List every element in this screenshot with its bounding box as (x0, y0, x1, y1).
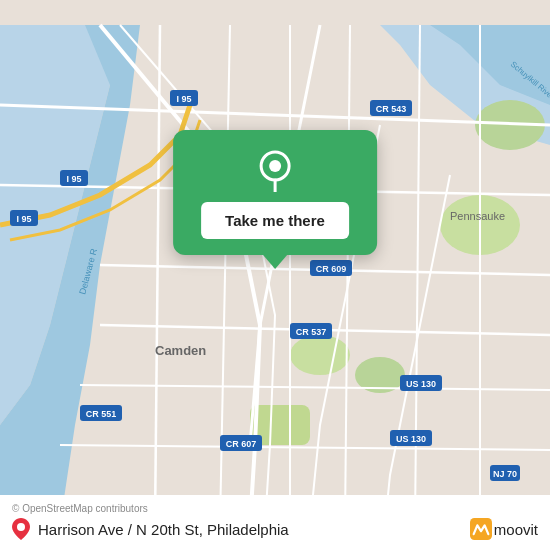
map-container: I 95 I 95 I 95 CR 543 CR 609 CR 537 CR 5… (0, 0, 550, 550)
bottom-bar: © OpenStreetMap contributors Harrison Av… (0, 495, 550, 550)
svg-text:US 130: US 130 (406, 379, 436, 389)
take-me-there-button[interactable]: Take me there (201, 202, 349, 239)
svg-text:US 130: US 130 (396, 434, 426, 444)
svg-text:Pennsauke: Pennsauke (450, 210, 505, 222)
location-marker-icon (12, 518, 30, 540)
moovit-text: moovit (494, 521, 538, 538)
svg-text:NJ 70: NJ 70 (493, 469, 517, 479)
svg-rect-47 (470, 518, 492, 540)
svg-text:I 95: I 95 (66, 174, 81, 184)
moovit-logo: moovit (470, 518, 538, 540)
attribution: © OpenStreetMap contributors (12, 503, 538, 514)
svg-text:I 95: I 95 (176, 94, 191, 104)
popup-tail (263, 255, 287, 269)
location-pin-icon (253, 148, 297, 192)
svg-text:Camden: Camden (155, 343, 206, 358)
svg-text:CR 609: CR 609 (316, 264, 347, 274)
popup-card: Take me there (173, 130, 377, 255)
svg-point-1 (290, 335, 350, 375)
svg-point-46 (17, 523, 25, 531)
svg-point-45 (269, 160, 281, 172)
svg-text:CR 543: CR 543 (376, 104, 407, 114)
location-title: Harrison Ave / N 20th St, Philadelphia (38, 521, 289, 538)
moovit-icon (470, 518, 492, 540)
svg-text:CR 537: CR 537 (296, 327, 327, 337)
svg-text:I 95: I 95 (16, 214, 31, 224)
svg-text:CR 607: CR 607 (226, 439, 257, 449)
svg-text:CR 551: CR 551 (86, 409, 117, 419)
